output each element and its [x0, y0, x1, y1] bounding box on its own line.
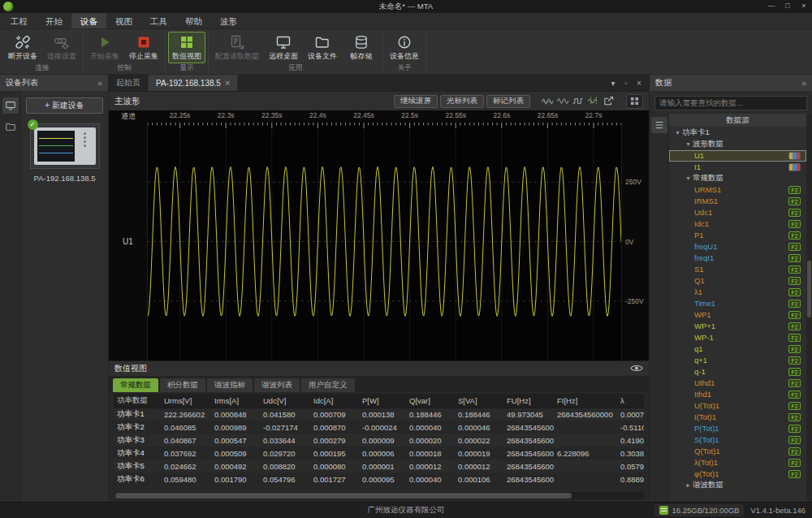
expander-icon[interactable]: ▸ — [684, 481, 693, 489]
ribbon-button-remote-desktop[interactable]: 远程桌面 — [265, 32, 302, 63]
device-group-button[interactable] — [2, 119, 19, 135]
horizontal-scrollbar[interactable] — [114, 492, 644, 499]
cell: 0.041580 — [260, 408, 310, 421]
tree-item[interactable]: I(Tot)1F2 — [669, 412, 806, 423]
tree-group[interactable]: ▸谐波数据 — [669, 480, 806, 491]
datatype-badge: F2 — [788, 447, 801, 455]
export-icon-button[interactable] — [602, 95, 616, 108]
menu-tab-project[interactable]: 工程 — [2, 13, 37, 28]
ribbon-button-config-read[interactable]: 配置读取数据 — [211, 32, 263, 63]
tab-list-dropdown-icon[interactable]: ▾ — [607, 79, 620, 88]
sine-wave-icon-button[interactable] — [555, 95, 570, 108]
scrollbar-thumb[interactable] — [807, 261, 811, 317]
doc-tab-start-page[interactable]: 起始页 — [109, 75, 149, 91]
expander-icon[interactable]: ▾ — [684, 140, 693, 148]
expander-icon[interactable]: ▾ — [684, 175, 693, 182]
device-panel: 设备列表 « + 新建设备 ✓ — [0, 75, 109, 502]
tree-item[interactable]: q1F2 — [669, 343, 806, 355]
float-panel-icon[interactable]: ▫ — [620, 79, 633, 88]
menu-tab-waveform[interactable]: 波形 — [211, 13, 246, 28]
ribbon-button-link-settings[interactable]: 连接设置 — [43, 32, 80, 63]
tree-item[interactable]: P(Tot)1F2 — [669, 423, 806, 434]
numeric-tab-regular[interactable]: 常规数据 — [113, 378, 158, 392]
tree-group[interactable]: ▾波形数据 — [669, 139, 806, 150]
tree-item[interactable]: URMS1F2 — [669, 184, 806, 196]
scrollbar-thumb[interactable] — [115, 493, 572, 499]
menu-tab-view[interactable]: 视图 — [106, 13, 141, 28]
cell: 0.000006 — [359, 447, 406, 460]
tree-item[interactable]: IRMS1F2 — [669, 196, 806, 207]
tree-item[interactable]: Uthd1F2 — [669, 378, 806, 389]
data-search-input[interactable] — [654, 96, 807, 110]
expander-icon[interactable]: ▾ — [673, 129, 682, 136]
device-view-button[interactable] — [2, 97, 19, 114]
tree-item[interactable]: Q1F2 — [669, 275, 806, 287]
tree-item[interactable]: λ(Tot)1F2 — [669, 457, 806, 468]
menu-tab-device[interactable]: 设备 — [71, 13, 106, 28]
square-wave-icon-button[interactable] — [571, 95, 585, 108]
device-card[interactable]: ✓ PA-192.168.138.5 — [30, 123, 100, 183]
new-device-button[interactable]: + 新建设备 — [26, 97, 103, 114]
tree-item[interactable]: Q(Tot)1F2 — [669, 446, 806, 457]
menu-tab-home[interactable]: 开始 — [37, 13, 71, 28]
wave-button-2[interactable]: 标记列表 — [486, 95, 530, 108]
tree-item[interactable]: U1 — [669, 150, 806, 162]
tree-item[interactable]: WP1F2 — [669, 309, 806, 321]
ribbon-button-device-files[interactable]: 设备文件 — [304, 32, 341, 63]
overlay-wave-icon-button[interactable] — [540, 95, 555, 108]
data-tree-view-button[interactable] — [651, 117, 667, 133]
ribbon-button-play[interactable]: 开始采集 — [86, 32, 123, 63]
tree-item[interactable]: P1F2 — [669, 230, 806, 241]
close-button[interactable]: × — [796, 0, 812, 13]
tree-item[interactable]: freqU1F2 — [669, 241, 806, 253]
wave-button-0[interactable]: 继续滚屏 — [394, 95, 438, 108]
menu-tab-help[interactable]: 帮助 — [176, 13, 211, 28]
ribbon-button-numeric-view[interactable]: 数值视图 — [168, 32, 205, 63]
tree-item[interactable]: S(Tot)1F2 — [669, 434, 806, 446]
ribbon-button-frame-storage[interactable]: 帧存储 — [343, 32, 380, 63]
waveform-plot[interactable] — [148, 123, 621, 360]
device-thumbnail — [30, 123, 100, 169]
device-panel-body: + 新建设备 ✓ PA-192.168.138.5 — [0, 91, 108, 502]
numeric-tab-custom[interactable]: 用户自定义 — [301, 378, 355, 392]
tree-item[interactable]: Time1F2 — [669, 298, 806, 309]
ribbon-button-stop[interactable]: 停止采集 — [125, 32, 162, 63]
column-header: λ — [617, 394, 644, 408]
tree-item[interactable]: WP-1F2 — [669, 332, 806, 343]
tree-group[interactable]: ▾常规数据 — [669, 173, 806, 184]
numeric-tab-harmonic-index[interactable]: 谐波指标 — [207, 378, 253, 392]
doc-tab-device-pa[interactable]: PA-192.168.138.5× — [149, 75, 238, 91]
ribbon-button-disconnect[interactable]: 断开设备 — [4, 32, 41, 63]
wave-button-1[interactable]: 光标列表 — [440, 95, 484, 108]
menu-tab-tools[interactable]: 工具 — [141, 13, 176, 28]
maximize-button[interactable]: □ — [780, 0, 796, 13]
tree-item[interactable]: q-1F2 — [669, 366, 806, 378]
numeric-tab-integral[interactable]: 积分数据 — [160, 378, 205, 392]
tree-item[interactable]: I1 — [669, 162, 806, 173]
minimize-button[interactable]: — — [763, 0, 780, 13]
close-panel-icon[interactable]: × — [633, 79, 646, 88]
cell: 0.000019 — [455, 447, 503, 460]
tree-group[interactable]: ▾功率卡1 — [669, 127, 806, 139]
tree-item[interactable]: WP+1F2 — [669, 321, 806, 332]
tree-item[interactable]: λ1F2 — [669, 287, 806, 298]
tree-item[interactable]: q+1F2 — [669, 355, 806, 366]
expand-panel-icon[interactable]: » — [801, 79, 806, 88]
channel-label: U1 — [109, 123, 148, 360]
numeric-tab-harmonic-list[interactable]: 谐波列表 — [254, 378, 300, 392]
vertical-scrollbar[interactable] — [806, 114, 812, 503]
ribbon-button-device-info[interactable]: 设备信息 — [386, 32, 423, 63]
display-settings-button[interactable] — [626, 94, 643, 109]
tree-item[interactable]: Ithd1F2 — [669, 389, 806, 400]
tree-item[interactable]: S1F2 — [669, 264, 806, 275]
marker-wave-icon-button[interactable] — [586, 95, 601, 108]
tab-close-icon[interactable]: × — [225, 78, 230, 88]
tree-item[interactable]: φ(Tot)1F2 — [669, 468, 806, 480]
device-panel-strip — [0, 91, 21, 502]
tree-item[interactable]: Udc1F2 — [669, 207, 806, 218]
tree-item[interactable]: U(Tot)1F2 — [669, 400, 806, 412]
collapse-panel-icon[interactable]: « — [97, 79, 102, 88]
visibility-toggle-button[interactable] — [630, 361, 643, 376]
tree-item[interactable]: freqI1F2 — [669, 253, 806, 264]
tree-item[interactable]: Idc1F2 — [669, 218, 806, 230]
